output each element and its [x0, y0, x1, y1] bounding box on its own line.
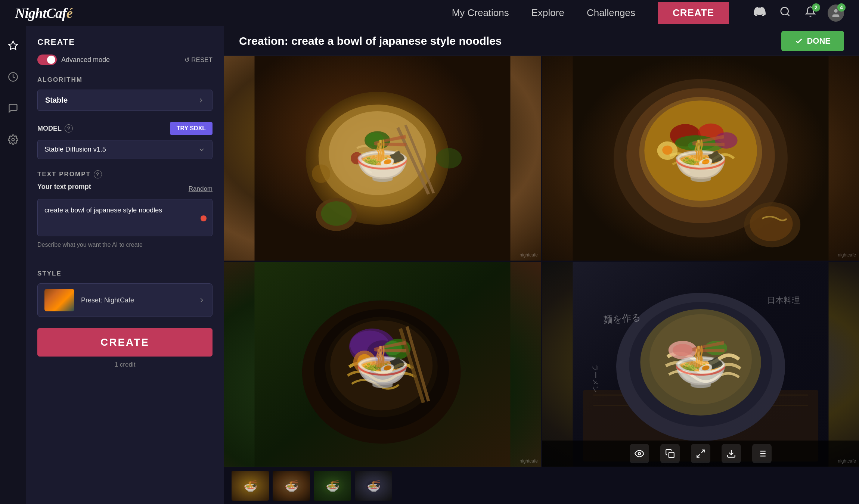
watermark-4: nightcafe	[838, 458, 856, 464]
create-button[interactable]: CREATE	[37, 328, 213, 357]
checkmark-icon	[795, 37, 803, 45]
sidebar-item-create[interactable]	[5, 37, 21, 54]
nav-challenges[interactable]: Challenges	[587, 7, 635, 19]
nav-my-creations[interactable]: My Creations	[452, 7, 509, 19]
search-icon-button[interactable]	[777, 5, 793, 21]
svg-point-53	[673, 344, 693, 356]
expand-button[interactable]	[691, 444, 710, 463]
thumbnail-2[interactable]	[273, 471, 310, 501]
svg-point-25	[688, 139, 724, 152]
nav-explore[interactable]: Explore	[531, 7, 564, 19]
text-prompt-section: TEXT PROMPT ? Your text prompt Random De…	[37, 170, 213, 257]
nav-create-button[interactable]: CREATE	[658, 2, 729, 24]
watermark-3: nightcafe	[520, 458, 538, 464]
svg-point-22	[670, 124, 701, 146]
svg-line-62	[697, 454, 700, 457]
thumbnail-1[interactable]	[232, 471, 269, 501]
svg-point-7	[329, 111, 426, 195]
svg-point-28	[662, 146, 672, 155]
prompt-hint: Describe what you want the AI to create	[37, 242, 213, 248]
done-button[interactable]: DONE	[781, 31, 844, 51]
try-sdxl-button[interactable]: TRY SDXL	[170, 122, 213, 135]
creation-title: Creation: create a bowl of japanese styl…	[239, 35, 502, 47]
prompt-input[interactable]	[37, 199, 213, 236]
advanced-mode-toggle[interactable]	[37, 55, 57, 65]
svg-point-14	[321, 201, 352, 226]
svg-point-26	[715, 132, 737, 149]
top-navigation: NightCafé My Creations Explore Challenge…	[0, 0, 859, 26]
svg-point-10	[351, 152, 363, 165]
svg-point-37	[350, 331, 389, 360]
style-name: Preset: NightCafe	[81, 296, 134, 304]
svg-point-54	[705, 341, 727, 355]
image-cell-4[interactable]: 麺を作る 日本料理 ラーメン	[542, 262, 859, 467]
notification-bell-button[interactable]: 2	[802, 5, 819, 21]
sidebar-item-chat[interactable]	[5, 100, 21, 116]
algorithm-selector[interactable]: Stable	[37, 90, 213, 111]
left-panel: CREATE Advanced mode ↺ RESET ALGORITHM S…	[26, 26, 224, 504]
discord-icon	[754, 6, 766, 20]
sidebar-item-history[interactable]	[5, 69, 21, 85]
svg-rect-4	[255, 56, 511, 261]
svg-marker-1	[9, 41, 17, 49]
svg-point-9	[366, 133, 384, 146]
advanced-mode-label: Advanced mode	[61, 56, 110, 64]
sidebar-item-settings[interactable]	[5, 131, 21, 148]
random-button[interactable]: Random	[189, 185, 213, 193]
discord-icon-button[interactable]	[751, 5, 768, 21]
svg-text:日本料理: 日本料理	[767, 296, 800, 305]
thumbnail-strip	[224, 467, 859, 504]
expand-icon	[696, 449, 706, 458]
user-avatar-button[interactable]: 4	[828, 5, 844, 21]
svg-rect-60	[669, 452, 674, 458]
panel-title: CREATE	[37, 37, 213, 47]
svg-point-23	[698, 124, 724, 142]
svg-point-59	[638, 452, 641, 455]
svg-point-42	[357, 354, 372, 368]
recording-indicator	[201, 215, 207, 221]
chevron-right-icon	[197, 97, 205, 104]
view-button[interactable]	[630, 444, 649, 463]
style-section: STYLE Preset: NightCafe	[37, 266, 213, 317]
image-cell-1[interactable]: nightcafe	[224, 56, 541, 261]
svg-point-16	[312, 164, 330, 183]
reset-button[interactable]: ↺ RESET	[184, 56, 213, 64]
chevron-right-icon	[198, 296, 205, 304]
prompt-header: TEXT PROMPT ?	[37, 170, 213, 178]
prompt-help-icon[interactable]: ?	[94, 170, 102, 178]
list-icon	[757, 449, 767, 458]
style-left: Preset: NightCafe	[44, 289, 134, 311]
icon-sidebar	[0, 26, 26, 504]
chevron-down-icon	[198, 146, 205, 153]
main-layout: CREATE Advanced mode ↺ RESET ALGORITHM S…	[0, 26, 859, 504]
svg-point-52	[669, 341, 697, 359]
menu-button[interactable]	[752, 444, 772, 463]
text-prompt-label: TEXT PROMPT ?	[37, 170, 102, 178]
watermark-1: nightcafe	[520, 252, 538, 258]
model-help-icon[interactable]: ?	[65, 124, 73, 133]
app-logo[interactable]: NightCafé	[15, 5, 72, 21]
svg-point-8	[365, 131, 390, 149]
thumbnail-4[interactable]	[355, 471, 392, 501]
model-selector[interactable]: Stable Diffusion v1.5	[37, 140, 213, 159]
model-value: Stable Diffusion v1.5	[44, 146, 106, 153]
thumbnail-3[interactable]	[314, 471, 351, 501]
style-selector[interactable]: Preset: NightCafe	[37, 283, 213, 317]
credit-text: 1 credit	[37, 361, 213, 368]
model-row: MODEL ? TRY SDXL	[37, 122, 213, 135]
advanced-mode-toggle-wrap: Advanced mode	[37, 55, 110, 65]
image-cell-2[interactable]: nightcafe	[542, 56, 859, 261]
style-section-label: STYLE	[37, 270, 213, 277]
copy-button[interactable]	[660, 444, 680, 463]
svg-point-30	[750, 206, 793, 241]
prompt-box	[37, 199, 213, 238]
svg-text:ラーメン: ラーメン	[592, 364, 599, 393]
svg-point-3	[12, 139, 14, 141]
svg-point-0	[781, 7, 788, 15]
search-icon	[779, 6, 791, 20]
svg-point-39	[385, 339, 411, 360]
image-cell-3[interactable]: nightcafe	[224, 262, 541, 467]
download-button[interactable]	[722, 444, 741, 463]
nav-icons: 2 4	[751, 5, 844, 21]
copy-icon	[665, 449, 675, 458]
